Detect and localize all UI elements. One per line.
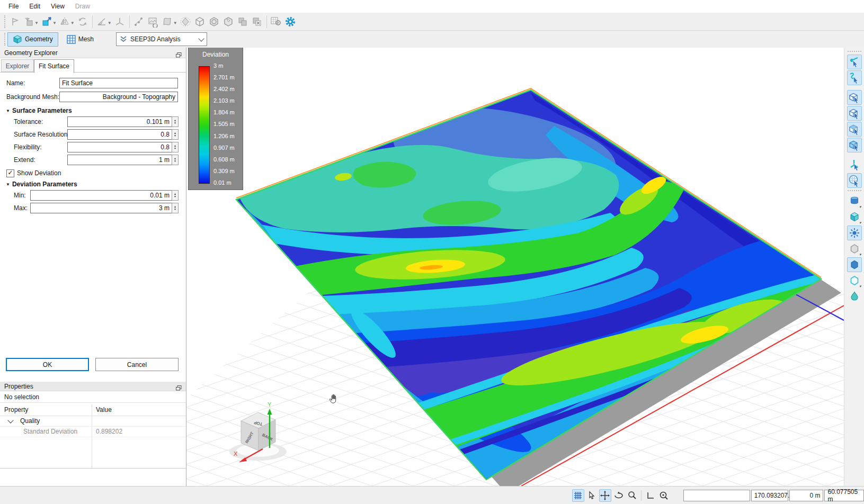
view-toolbar-drag-handle[interactable] bbox=[848, 190, 861, 191]
box-cut-icon[interactable] bbox=[221, 14, 236, 29]
flexibility-input[interactable] bbox=[67, 142, 172, 152]
dropdown-arrow-icon[interactable]: ▾ bbox=[859, 284, 861, 289]
min-input[interactable] bbox=[30, 190, 172, 201]
toolbar-drag-handle[interactable] bbox=[4, 15, 5, 28]
water-drop-icon[interactable] bbox=[847, 289, 862, 304]
face-select-icon[interactable] bbox=[847, 122, 862, 137]
menu-view[interactable]: View bbox=[46, 1, 70, 12]
axis-triad-icon[interactable] bbox=[113, 14, 127, 29]
ok-button[interactable]: OK bbox=[6, 358, 89, 371]
properties-title: Properties bbox=[4, 383, 33, 390]
vertex-select-icon[interactable] bbox=[847, 90, 862, 105]
point-select-icon[interactable] bbox=[847, 55, 862, 69]
flag-icon[interactable] bbox=[7, 14, 22, 29]
surface-resolution-spinner[interactable]: ▲▼ bbox=[172, 129, 179, 140]
pan-tool-icon[interactable] bbox=[599, 489, 612, 502]
sketch-angle-icon[interactable] bbox=[95, 14, 109, 29]
quality-group-row[interactable]: Quality bbox=[0, 416, 186, 426]
surface-sheet-icon[interactable] bbox=[161, 14, 175, 29]
mirror-icon[interactable] bbox=[58, 14, 72, 29]
viewport-3d[interactable]: TOP RIGHT BACK Y X Deviation 3 m2.701 m … bbox=[186, 48, 844, 486]
status-bar: 170.093207... 0 m 60.077505 m bbox=[0, 486, 864, 504]
image-refresh-icon[interactable] bbox=[146, 14, 161, 29]
solid-body-tool-icon[interactable]: ▾ bbox=[847, 194, 862, 209]
region-select-icon[interactable] bbox=[847, 173, 862, 188]
extrude-box-icon[interactable] bbox=[193, 14, 207, 29]
geometry-cube-icon bbox=[13, 34, 22, 44]
curve-select-icon[interactable] bbox=[847, 70, 862, 85]
boolean-union-icon[interactable] bbox=[236, 14, 250, 29]
select-box-icon[interactable] bbox=[22, 14, 36, 29]
geometry-explorer-header: Geometry Explorer bbox=[0, 48, 186, 58]
standard-deviation-row[interactable]: Standard Deviation 0.898202 bbox=[0, 426, 186, 437]
name-input[interactable] bbox=[59, 78, 178, 88]
rotate-arrows-icon[interactable] bbox=[76, 14, 90, 29]
workflow-drag-handle[interactable] bbox=[4, 33, 5, 46]
tab-mesh[interactable]: Mesh bbox=[61, 32, 99, 47]
select-cursor-icon[interactable] bbox=[585, 489, 598, 502]
edge-select-icon[interactable] bbox=[847, 106, 862, 121]
main-toolbar: ▼ ▼ ▼ ▼ ▼ bbox=[0, 13, 864, 31]
zoom-window-icon[interactable] bbox=[40, 14, 54, 29]
legend-color-bar bbox=[199, 66, 210, 184]
surface-resolution-label: Surface Resolution: bbox=[14, 129, 69, 140]
deviation-legend[interactable]: Deviation 3 m2.701 m 2.402 m2.103 m 1.80… bbox=[188, 48, 243, 190]
dropdown-arrow-icon[interactable]: ▾ bbox=[859, 221, 861, 225]
x-axis-label: X bbox=[234, 451, 238, 457]
quality-group-label: Quality bbox=[20, 416, 40, 426]
extend-label: Extend: bbox=[14, 155, 35, 165]
max-input[interactable] bbox=[30, 203, 172, 213]
chevron-down-icon bbox=[198, 35, 204, 41]
cancel-button[interactable]: Cancel bbox=[95, 358, 179, 371]
viewport-canvas[interactable]: TOP RIGHT BACK Y X bbox=[186, 48, 844, 486]
spline-points-icon[interactable] bbox=[132, 14, 146, 29]
analysis-selector[interactable]: SEEP3D Analysis bbox=[116, 32, 207, 46]
min-spinner[interactable]: ▲▼ bbox=[172, 190, 179, 201]
tab-geometry[interactable]: Geometry bbox=[7, 32, 58, 47]
delete-face-icon[interactable] bbox=[250, 14, 264, 29]
ghost-view-icon[interactable]: ▾ bbox=[847, 241, 862, 256]
menu-file[interactable]: File bbox=[3, 1, 24, 12]
surface-parameters-header[interactable]: ▼ Surface Parameters bbox=[6, 107, 72, 114]
zoom-tool-icon[interactable] bbox=[626, 489, 639, 502]
tab-explorer[interactable]: Explorer bbox=[1, 59, 34, 72]
orbit-tool-icon[interactable] bbox=[612, 489, 625, 502]
light-icon[interactable] bbox=[847, 226, 862, 240]
dropdown-arrow-icon[interactable]: ▾ bbox=[859, 205, 861, 209]
snap-grid-toggle-icon[interactable] bbox=[572, 489, 585, 502]
menu-edit[interactable]: Edit bbox=[24, 1, 46, 12]
view-toolbar-drag-handle[interactable] bbox=[848, 51, 861, 52]
properties-table: Property Value Quality Standard Deviatio… bbox=[0, 404, 186, 469]
background-mesh-input[interactable] bbox=[59, 92, 178, 102]
show-deviation-checkbox[interactable]: ✓ bbox=[6, 169, 14, 177]
settings-gear-icon[interactable] bbox=[283, 14, 298, 29]
surface-resolution-input[interactable] bbox=[67, 129, 172, 140]
menu-draw: Draw bbox=[70, 1, 95, 12]
grid-zoom-icon[interactable] bbox=[269, 14, 283, 29]
body-select-icon[interactable] bbox=[847, 138, 862, 152]
flexibility-spinner[interactable]: ▲▼ bbox=[172, 142, 179, 152]
tolerance-input[interactable] bbox=[67, 116, 172, 127]
zoom-extents-icon[interactable] bbox=[658, 489, 671, 502]
chevron-down-icon bbox=[7, 417, 13, 423]
extend-input[interactable] bbox=[67, 155, 172, 165]
max-spinner[interactable]: ▲▼ bbox=[172, 203, 179, 213]
left-panel: Geometry Explorer Explorer Fit Surface N… bbox=[0, 48, 186, 486]
deviation-parameters-header[interactable]: ▼ Deviation Parameters bbox=[6, 181, 77, 188]
sphere-in-box-icon[interactable] bbox=[207, 14, 221, 29]
solid-view-icon[interactable] bbox=[847, 257, 862, 272]
wireframe-view-icon[interactable]: ▾ bbox=[847, 273, 862, 288]
name-label: Name: bbox=[6, 78, 25, 88]
revolve-icon[interactable] bbox=[179, 14, 193, 29]
legend-title: Deviation bbox=[189, 51, 243, 58]
extend-spinner[interactable]: ▲▼ bbox=[172, 155, 179, 165]
tolerance-spinner[interactable]: ▲▼ bbox=[172, 116, 179, 127]
mesh-grid-icon bbox=[67, 35, 76, 44]
properties-table-header: Property Value bbox=[0, 404, 186, 416]
shaded-cube-view-icon[interactable]: ▾ bbox=[847, 210, 862, 224]
axis-indicator-toggle-icon[interactable] bbox=[644, 489, 657, 502]
dropdown-arrow-icon[interactable]: ▾ bbox=[859, 253, 861, 257]
tab-fit-surface[interactable]: Fit Surface bbox=[34, 59, 74, 73]
axis-select-icon[interactable] bbox=[847, 157, 862, 172]
analysis-selector-value: SEEP3D Analysis bbox=[130, 35, 196, 43]
